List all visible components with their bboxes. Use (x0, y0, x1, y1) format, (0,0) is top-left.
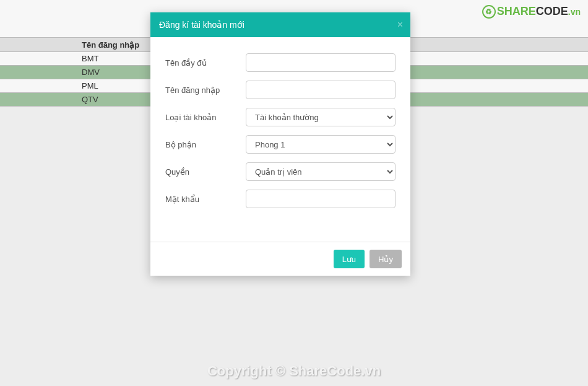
row-password: Mật khẩu (165, 190, 396, 208)
save-button[interactable]: Lưu (334, 250, 365, 268)
row-role: Quyền Quản trị viên (165, 162, 396, 181)
row-fullname: Tên đầy đủ (165, 53, 396, 72)
role-select[interactable]: Quản trị viên (246, 162, 396, 181)
label-fullname: Tên đầy đủ (165, 58, 246, 68)
row-username: Tên đăng nhập (165, 81, 396, 99)
label-password: Mật khẩu (165, 195, 246, 204)
cancel-button[interactable]: Hủy (370, 250, 402, 268)
fullname-input[interactable] (246, 53, 396, 72)
modal-header: Đăng kí tài khoản mới × (150, 12, 410, 37)
close-icon[interactable]: × (397, 19, 403, 30)
label-dept: Bộ phận (165, 140, 246, 149)
password-input[interactable] (246, 190, 396, 208)
username-input[interactable] (246, 81, 396, 99)
dept-select[interactable]: Phong 1 (246, 135, 396, 154)
acctype-select[interactable]: Tài khoản thường (246, 108, 396, 126)
modal-body: Tên đầy đủ Tên đăng nhập Loại tài khoản … (150, 37, 410, 242)
register-modal: Đăng kí tài khoản mới × Tên đầy đủ Tên đ… (150, 12, 410, 276)
row-acctype: Loại tài khoản Tài khoản thường (165, 108, 396, 126)
label-acctype: Loại tài khoản (165, 113, 246, 122)
modal-footer: Lưu Hủy (150, 242, 410, 276)
label-role: Quyền (165, 167, 246, 177)
label-username: Tên đăng nhập (165, 86, 246, 95)
row-dept: Bộ phận Phong 1 (165, 135, 396, 154)
modal-title: Đăng kí tài khoản mới (159, 20, 244, 30)
